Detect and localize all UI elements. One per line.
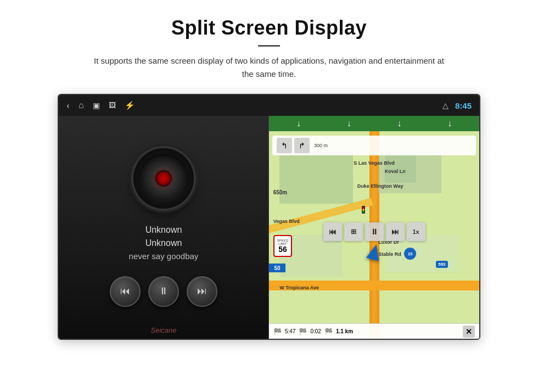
status-bar-right: △ 8:45 — [442, 101, 472, 110]
speed-sign-outer: SPEED LIMIT 56 — [273, 235, 292, 257]
nav-bottom-bar: 🏁 5:47 🏁 0:02 🏁 1.1 km ✕ — [269, 323, 479, 339]
nav-controls-overlay: ⏮ ⊞ ⏸ ⏭ 1x — [269, 222, 479, 241]
turn-right-icon: ↱ — [299, 141, 305, 150]
status-time: 8:45 — [455, 101, 472, 110]
road-name-las-vegas: S Las Vegas Blvd — [354, 160, 395, 166]
street-koval: Koval Ln — [385, 169, 406, 174]
map-building-5 — [385, 152, 416, 183]
nav-arrow-3: ↓ — [397, 119, 401, 128]
nav-bottom-time: 5:47 — [285, 328, 295, 334]
nav-instruction: ↰ ↱ 300 m — [272, 136, 476, 155]
nav-distance-label: 300 m — [314, 143, 328, 148]
track-info: Unknown Unknown never say goodbay — [129, 225, 199, 261]
nav-flag-start: 🏁 — [273, 328, 282, 335]
status-bar: ‹ ⌂ ▣ 🖼 ⚡ △ 8:45 — [59, 95, 479, 116]
nav-arrow-4: ↓ — [447, 119, 452, 128]
road-50-text: 50 — [274, 265, 280, 271]
gallery-icon[interactable]: 🖼 — [109, 101, 116, 110]
road-593-badge: 593 — [436, 261, 447, 268]
album-art — [133, 148, 194, 209]
track-title: Unknown — [129, 225, 199, 235]
title-section: Split Screen Display It supports the sam… — [33, 16, 505, 81]
status-bar-left: ‹ ⌂ ▣ 🖼 ⚡ — [66, 100, 433, 111]
play-pause-button[interactable]: ⏸ — [148, 276, 179, 307]
street-stable: Stable Rd — [378, 251, 401, 257]
road-15-text: 15 — [408, 251, 413, 256]
home-icon[interactable]: ⌂ — [79, 100, 84, 110]
prev-icon: ⏮ — [120, 285, 130, 297]
traffic-light-1 — [362, 206, 365, 214]
nav-pause-button[interactable]: ⏸ — [365, 222, 384, 241]
back-icon[interactable]: ‹ — [66, 100, 70, 111]
nav-map: S Las Vegas Blvd Koval Ln Duke Ellington… — [269, 131, 479, 339]
map-building-2 — [279, 152, 353, 204]
page-title: Split Screen Display — [33, 16, 505, 40]
title-divider — [258, 45, 280, 47]
device-wrapper: ‹ ⌂ ▣ 🖼 ⚡ △ 8:45 Unknown — [58, 94, 480, 340]
nav-elapsed: 0:02 — [310, 328, 321, 334]
nav-grid-button[interactable]: ⊞ — [344, 222, 363, 241]
eject-icon[interactable]: △ — [442, 101, 449, 110]
nav-arrow-1: ↓ — [296, 119, 301, 128]
nav-top-bar: ↓ ↓ ↓ ↓ — [269, 116, 479, 131]
nav-speed-button[interactable]: 1x — [407, 222, 425, 241]
nav-prev-button[interactable]: ⏮ — [323, 222, 342, 241]
nav-turn-icons: ↰ ↱ — [277, 138, 310, 153]
subtitle-text: It supports the same screen display of t… — [93, 54, 445, 81]
track-song: never say goodbay — [129, 251, 199, 261]
next-icon: ⏭ — [197, 285, 207, 297]
street-duke: Duke Ellington Way — [357, 183, 404, 189]
media-panel: Unknown Unknown never say goodbay ⏮ ⏸ ⏭ — [59, 116, 269, 339]
nav-speed-sign: SPEED LIMIT 56 — [273, 235, 292, 257]
nav-next-button[interactable]: ⏭ — [386, 222, 405, 241]
nav-close-button[interactable]: ✕ — [463, 326, 475, 338]
next-button[interactable]: ⏭ — [187, 276, 217, 307]
street-tropicana: W Tropicana Ave — [279, 285, 319, 290]
prev-button[interactable]: ⏮ — [110, 276, 141, 307]
recents-icon[interactable]: ▣ — [93, 101, 100, 110]
turn-right-box: ↱ — [294, 138, 310, 153]
nav-arrow-2: ↓ — [347, 119, 351, 128]
media-controls: ⏮ ⏸ ⏭ — [110, 276, 217, 307]
nav-panel: ↓ ↓ ↓ ↓ — [269, 116, 479, 339]
turn-left-icon: ↰ — [281, 141, 288, 150]
split-screen: Unknown Unknown never say goodbay ⏮ ⏸ ⏭ — [59, 116, 479, 339]
page-wrapper: Split Screen Display It supports the sam… — [0, 0, 538, 356]
play-pause-icon: ⏸ — [159, 285, 169, 297]
turn-left-box: ↰ — [277, 138, 292, 153]
nav-distance: 1.1 km — [336, 328, 353, 334]
speed-sign-number: 56 — [278, 245, 287, 253]
watermark: Seicane — [151, 326, 177, 334]
usb-icon[interactable]: ⚡ — [125, 100, 135, 110]
track-artist: Unknown — [129, 238, 199, 248]
album-art-inner — [155, 170, 172, 187]
road-50-badge: 50 — [269, 264, 285, 272]
nav-650m: 650m — [273, 189, 288, 195]
nav-flag-end: 🏁 — [324, 328, 333, 335]
nav-flag-mid: 🏁 — [299, 328, 307, 335]
